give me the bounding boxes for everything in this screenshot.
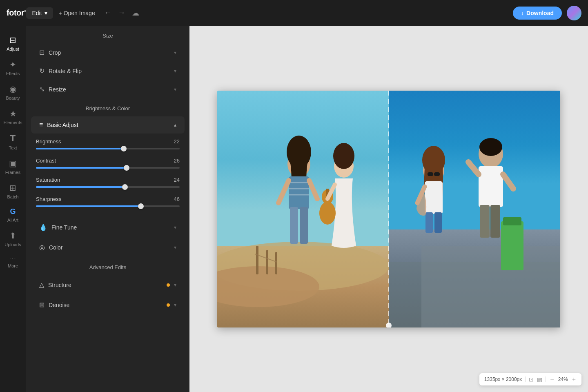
sharpness-value: 46 [174,196,180,202]
status-bar: 1335px × 2000px ⊡ ▨ − 24% + [479,373,581,385]
sidebar-item-frames[interactable]: ▣ Frames [2,154,24,179]
open-image-button[interactable]: + Open Image [53,7,101,19]
brightness-value: 22 [174,138,180,145]
sharpness-slider-row: Sharpness 46 [36,196,180,207]
avatar[interactable] [567,6,581,20]
svg-rect-7 [266,250,268,274]
sidebar-item-label: Text [9,145,17,150]
crop-label: Crop [49,49,170,56]
sidebar-item-label: More [8,263,18,268]
basic-adjust-label: Basic Adjust [47,122,170,128]
adjust-icon: ⊟ [9,35,16,45]
saturation-slider-row: Saturation 24 [36,177,180,188]
status-divider-2 [546,376,546,382]
fit-icon[interactable]: ⊡ [529,376,534,383]
contrast-label: Contrast [36,158,56,164]
svg-point-26 [319,202,336,225]
chevron-down-icon: ▾ [174,50,176,56]
chevron-down-icon: ▾ [174,282,176,288]
brightness-track[interactable] [36,148,180,149]
compare-icon[interactable]: ▨ [537,376,542,383]
chevron-down-icon: ▾ [174,225,176,230]
size-section-title: Size [26,26,189,43]
frames-icon: ▣ [9,158,17,168]
resize-item[interactable]: ⤡ Resize ▾ [31,80,185,98]
svg-rect-20 [290,207,298,244]
svg-point-40 [479,138,502,156]
sharpness-track[interactable] [36,205,180,207]
brightness-thumb[interactable] [121,146,127,151]
topbar: fotor® Edit ▾ + Open Image ← → ☁ ↓ Downl… [0,0,588,26]
sidebar-item-elements[interactable]: ★ Elements [2,105,24,129]
sidebar-item-label: Beauty [6,96,20,100]
download-button[interactable]: ↓ Download [513,7,562,20]
svg-rect-33 [434,172,440,176]
fine-tune-icon: 💧 [39,223,47,231]
chevron-down-icon: ▾ [174,245,176,250]
sliders-section: Brightness 22 Contrast 26 [26,134,189,217]
saturation-track[interactable] [36,186,180,188]
download-icon: ↓ [521,10,524,16]
color-item[interactable]: ◎ Color ▾ [31,238,185,257]
forward-button[interactable]: → [115,6,129,20]
svg-rect-6 [256,246,258,274]
structure-item[interactable]: △ Structure ▾ [31,275,185,294]
advanced-edits-title: Advanced Edits [26,258,189,274]
contrast-track[interactable] [36,167,180,169]
sidebar-item-beauty[interactable]: ◉ Beauty [2,80,24,105]
elements-icon: ★ [9,109,17,118]
sidebar-item-adjust[interactable]: ⊟ Adjust [2,31,24,56]
contrast-slider-row: Contrast 26 [36,158,180,169]
fine-tune-label: Fine Tune [51,224,170,231]
text-icon: T [10,133,16,144]
sidebar-item-batch[interactable]: ⊞ Batch [2,179,24,203]
sidebar-item-label: Batch [7,194,18,199]
sidebar-item-label: Effects [6,71,20,76]
zoom-out-button[interactable]: − [549,376,555,383]
saturation-thumb[interactable] [122,184,128,190]
topbar-right: ↓ Download [513,6,581,20]
ai-art-icon: G [10,207,16,216]
contrast-thumb[interactable] [124,165,129,171]
fine-tune-item[interactable]: 💧 Fine Tune ▾ [31,218,185,237]
back-button[interactable]: ← [101,6,115,20]
denoise-icon: ⊞ [39,301,45,309]
crop-icon: ⊡ [39,49,45,56]
chevron-down-icon: ▾ [174,68,176,74]
structure-icon: △ [39,281,44,289]
svg-point-25 [333,143,354,169]
denoise-item[interactable]: ⊞ Denoise ▾ [31,295,185,314]
sharpness-thumb[interactable] [138,203,144,209]
color-icon: ◎ [39,243,45,251]
sidebar-item-label: Adjust [7,47,19,51]
sidebar-item-uploads[interactable]: ⬆ Uploads [2,227,24,251]
cloud-save-button[interactable]: ☁ [129,6,143,20]
svg-rect-13 [503,217,521,225]
resize-label: Resize [49,86,170,93]
sidebar-item-ai-art[interactable]: G AI Art [2,203,24,227]
svg-rect-37 [434,212,442,233]
chevron-down-icon: ▾ [174,302,176,308]
zoom-in-button[interactable]: + [571,376,577,383]
crop-item[interactable]: ⊡ Crop ▾ [31,44,185,61]
sidebar-item-label: Elements [4,120,22,125]
image-container [217,91,560,327]
chevron-down-icon: ▾ [45,10,47,16]
sidebar-item-more[interactable]: ··· More [2,251,24,272]
brightness-slider-row: Brightness 22 [36,138,180,149]
basic-adjust-header[interactable]: ≡ Basic Adjust ▴ [31,116,185,134]
canvas-area: 1335px × 2000px ⊡ ▨ − 24% + [189,26,588,392]
rotate-flip-item[interactable]: ↻ Rotate & Flip ▾ [31,62,185,80]
batch-icon: ⊞ [9,183,16,193]
uploads-icon: ⬆ [9,231,16,241]
canvas-image[interactable] [217,91,560,327]
saturation-value: 24 [174,177,180,183]
brightness-color-title: Brightness & Color [26,99,189,116]
sidebar-item-label: Frames [5,170,20,175]
structure-dot [167,283,170,287]
sidebar-item-effects[interactable]: ✦ Effects [2,56,24,80]
edit-button[interactable]: Edit ▾ [26,7,53,19]
svg-rect-8 [275,252,277,274]
svg-rect-16 [289,176,309,209]
sidebar-item-text[interactable]: T Text [2,129,24,154]
